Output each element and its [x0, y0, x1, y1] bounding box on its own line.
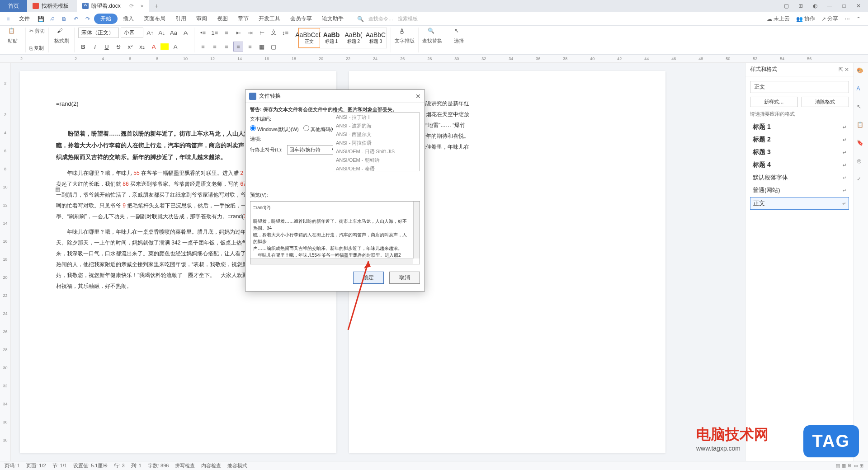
styles-pane-icon[interactable]: A — [857, 85, 866, 94]
ruler-horizontal[interactable]: 2246810121416182022242628303234363840424… — [0, 55, 868, 63]
status-pages[interactable]: 页面: 1/2 — [26, 462, 46, 469]
status-content[interactable]: 内容检查 — [201, 462, 221, 469]
numbering-icon[interactable]: 1≡ — [210, 28, 220, 38]
style-list-item[interactable]: 标题 3↵ — [750, 146, 849, 158]
shading-icon[interactable]: ▦ — [257, 42, 267, 52]
italic-button[interactable]: I — [90, 42, 100, 52]
status-compat[interactable]: 兼容模式 — [227, 462, 247, 469]
current-style-select[interactable]: 正文 — [750, 81, 849, 93]
hamburger-icon[interactable]: ≡ — [3, 14, 14, 24]
align-center-icon[interactable]: ≡ — [210, 42, 220, 52]
indent-inc-icon[interactable]: ⇥ — [245, 28, 255, 38]
encoding-option[interactable]: ANSI - 阿拉伯语 — [333, 139, 420, 147]
menu-insert[interactable]: 插入 — [118, 13, 138, 24]
tab-sync-icon[interactable]: ⟳ — [129, 3, 134, 9]
proofing-pane-icon[interactable]: ✓ — [857, 176, 866, 185]
format-painter-button[interactable]: 🖌 格式刷 — [52, 28, 71, 44]
collab-button[interactable]: 👥协作 — [796, 15, 815, 23]
nav-pane-icon[interactable]: 🔖 — [857, 140, 866, 149]
menu-review[interactable]: 审阅 — [192, 13, 212, 24]
line-spacing-icon[interactable]: ↕≡ — [280, 28, 290, 38]
dialog-titlebar[interactable]: 文件转换 ✕ — [245, 90, 425, 103]
window-close-icon[interactable]: ✕ — [854, 1, 863, 11]
print-icon[interactable]: 🖨 — [47, 14, 58, 24]
command-search[interactable]: 🔍 查找命令… 搜索模板 — [357, 15, 418, 22]
style-list-item[interactable]: 标题 2↵ — [750, 134, 849, 146]
status-spell[interactable]: 拼写检查 — [175, 462, 195, 469]
status-col[interactable]: 列: 1 — [131, 462, 142, 469]
select-button[interactable]: ↖ 选择 — [450, 28, 468, 44]
style-list-item[interactable]: 默认段落字体↵ — [750, 172, 849, 183]
encoding-option[interactable]: ANSI - 西里尔文 — [333, 130, 420, 139]
menu-dev[interactable]: 开发工具 — [254, 13, 285, 24]
tab-stops-icon[interactable]: ⊢ — [257, 28, 267, 38]
style-h2[interactable]: AaBb(标题 2 — [343, 28, 364, 48]
layout-icon[interactable]: ▢ — [781, 1, 791, 11]
font-size-select[interactable]: 小四 — [121, 28, 143, 38]
grow-font-icon[interactable]: A↑ — [145, 28, 155, 38]
text-dir-icon[interactable]: 文 — [269, 28, 278, 38]
select-pane-icon[interactable]: ↖ — [857, 103, 866, 113]
subscript-icon[interactable]: x₂ — [137, 42, 147, 52]
menu-start[interactable]: 开始 — [94, 14, 118, 24]
bullets-icon[interactable]: •≡ — [198, 28, 208, 38]
tab-templates[interactable]: 找稻壳模板 — [27, 0, 77, 12]
theme-icon[interactable]: ◐ — [810, 1, 820, 11]
align-right-icon[interactable]: ≡ — [222, 42, 231, 52]
encoding-option[interactable]: ANSI/OEM - 泰语 — [333, 164, 420, 171]
find-replace-button[interactable]: 🔍 查找替换 — [422, 28, 442, 44]
line-ending-select[interactable]: 回车符/换行符▾ — [287, 145, 337, 155]
char-shading-icon[interactable]: A — [170, 42, 180, 52]
undo-icon[interactable]: ↶ — [71, 14, 81, 24]
redo-icon[interactable]: ↷ — [82, 14, 93, 24]
cut-button[interactable]: ✂剪切 — [29, 28, 45, 34]
encoding-option[interactable]: ANSI - 波罗的海 — [333, 122, 420, 130]
style-h3[interactable]: AaBbC标题 3 — [365, 28, 387, 48]
status-line[interactable]: 行: 3 — [114, 462, 124, 469]
paste-button[interactable]: 📋 粘贴 — [4, 28, 22, 44]
align-dist-icon[interactable]: ≡ — [245, 42, 255, 52]
encoding-dropdown-list[interactable]: ANSI - 拉丁语 IANSI - 波罗的海ANSI - 西里尔文ANSI -… — [333, 113, 420, 171]
maximize-icon[interactable]: □ — [839, 1, 849, 11]
share-button[interactable]: ↗分享 — [821, 15, 838, 23]
grid-icon[interactable]: ⊞ — [796, 1, 806, 11]
palette-icon[interactable]: 🎨 — [857, 67, 866, 76]
tab-home[interactable]: 首页 — [0, 0, 27, 12]
clear-format-button[interactable]: 清除格式 — [802, 97, 849, 107]
cancel-button[interactable]: 取消 — [389, 272, 420, 284]
encoding-option[interactable]: ANSI/OEM - 日语 Shift-JIS — [333, 147, 420, 156]
dialog-close-icon[interactable]: ✕ — [415, 93, 421, 100]
tab-document-active[interactable]: 盼望着.docx ⟳ ✕ — [77, 0, 149, 12]
menu-ref[interactable]: 引用 — [171, 13, 191, 24]
style-list-item[interactable]: 普通(网站)↵ — [750, 184, 849, 196]
encoding-windows-radio[interactable]: Windows(默认)(W) — [250, 125, 299, 133]
find-pane-icon[interactable]: ◎ — [857, 158, 866, 167]
align-justify-icon[interactable]: ≡ — [233, 42, 243, 52]
underline-button[interactable]: U — [102, 42, 112, 52]
status-section[interactable]: 节: 1/1 — [52, 462, 67, 469]
font-family-select[interactable]: 宋体（正文） — [78, 28, 119, 38]
bold-button[interactable]: B — [78, 42, 88, 52]
indent-dec-icon[interactable]: ⇤ — [233, 28, 243, 38]
multilevel-icon[interactable]: ≡ — [222, 28, 231, 38]
preview-hscrollbar[interactable] — [250, 258, 413, 264]
view-mode-icons[interactable]: ▤ ▦ 🗎 ▭ ⊞ — [835, 463, 863, 469]
copy-button[interactable]: ⎘复制 — [29, 45, 45, 52]
new-tab-button[interactable]: + — [149, 2, 164, 9]
menu-vip[interactable]: 会员专享 — [286, 13, 316, 24]
style-normal[interactable]: AaBbCcD正文 — [298, 28, 320, 48]
change-case-icon[interactable]: Aa — [169, 28, 179, 38]
minimize-icon[interactable]: — — [825, 1, 835, 11]
clear-format-icon[interactable]: A̶ — [180, 28, 190, 38]
highlight-icon[interactable] — [160, 43, 169, 50]
save-icon[interactable]: 💾 — [35, 14, 46, 24]
style-h1[interactable]: AaBb标题 1 — [321, 28, 342, 48]
text-layout-button[interactable]: A̲ 文字排版 — [395, 28, 415, 44]
menu-thesis[interactable]: 论文助手 — [317, 13, 348, 24]
status-page[interactable]: 页码: 1 — [5, 462, 20, 469]
font-color-icon[interactable]: A — [149, 42, 159, 52]
preview-vscrollbar[interactable] — [413, 202, 420, 258]
menu-more-icon[interactable]: ⋯ — [844, 16, 850, 22]
cloud-status[interactable]: ☁未上云 — [767, 15, 790, 23]
style-list-item[interactable]: 标题 1↵ — [750, 121, 849, 133]
